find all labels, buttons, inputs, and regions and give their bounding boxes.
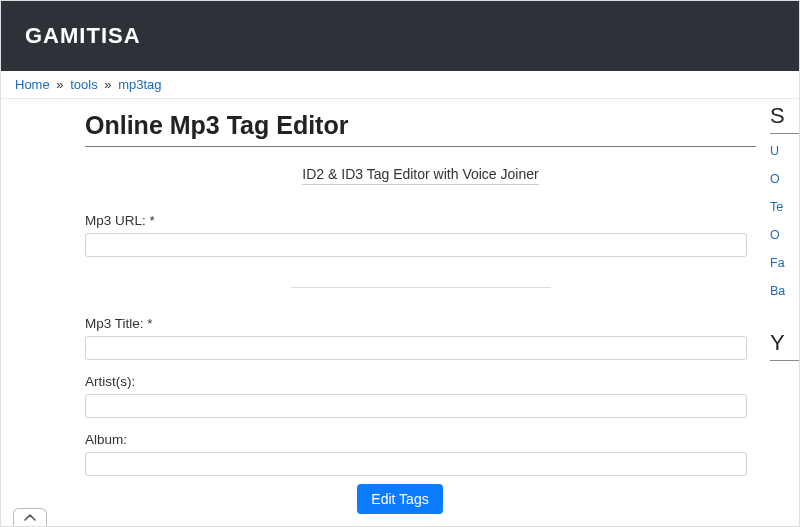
sidebar-link[interactable]: Ba	[770, 284, 799, 298]
label-title: Mp3 Title: *	[85, 316, 756, 331]
label-url: Mp3 URL: *	[85, 213, 756, 228]
input-url[interactable]	[85, 233, 747, 257]
header: GAMITISA	[1, 1, 799, 71]
input-title[interactable]	[85, 336, 747, 360]
sidebar: S U O Te O Fa Ba Y	[756, 103, 799, 490]
page-title: Online Mp3 Tag Editor	[85, 111, 756, 147]
label-artists: Artist(s):	[85, 374, 756, 389]
label-album: Album:	[85, 432, 756, 447]
edit-tags-button[interactable]: Edit Tags	[357, 484, 442, 514]
page-subtitle: ID2 & ID3 Tag Editor with Voice Joiner	[302, 166, 538, 185]
brand-logo[interactable]: GAMITISA	[25, 23, 141, 49]
form-group-url: Mp3 URL: *	[85, 213, 756, 257]
sidebar-link[interactable]: Te	[770, 200, 799, 214]
form-group-artists: Artist(s):	[85, 374, 756, 418]
breadcrumb: Home » tools » mp3tag	[1, 71, 799, 99]
form-group-album: Album:	[85, 432, 756, 476]
breadcrumb-separator: »	[56, 77, 63, 92]
breadcrumb-home[interactable]: Home	[15, 77, 50, 92]
scroll-top-button[interactable]	[13, 508, 47, 526]
breadcrumb-separator: »	[104, 77, 111, 92]
sidebar-link[interactable]: Fa	[770, 256, 799, 270]
sidebar-heading-2: Y	[770, 330, 799, 361]
divider	[291, 287, 551, 288]
form-group-title: Mp3 Title: *	[85, 316, 756, 360]
sidebar-heading: S	[770, 103, 799, 134]
breadcrumb-tools[interactable]: tools	[70, 77, 97, 92]
sidebar-link[interactable]: O	[770, 172, 799, 186]
input-artists[interactable]	[85, 394, 747, 418]
sidebar-link[interactable]: U	[770, 144, 799, 158]
input-album[interactable]	[85, 452, 747, 476]
breadcrumb-mp3tag[interactable]: mp3tag	[118, 77, 161, 92]
sidebar-link[interactable]: O	[770, 228, 799, 242]
main-content: Online Mp3 Tag Editor ID2 & ID3 Tag Edit…	[1, 103, 756, 490]
chevron-up-icon	[24, 514, 36, 522]
